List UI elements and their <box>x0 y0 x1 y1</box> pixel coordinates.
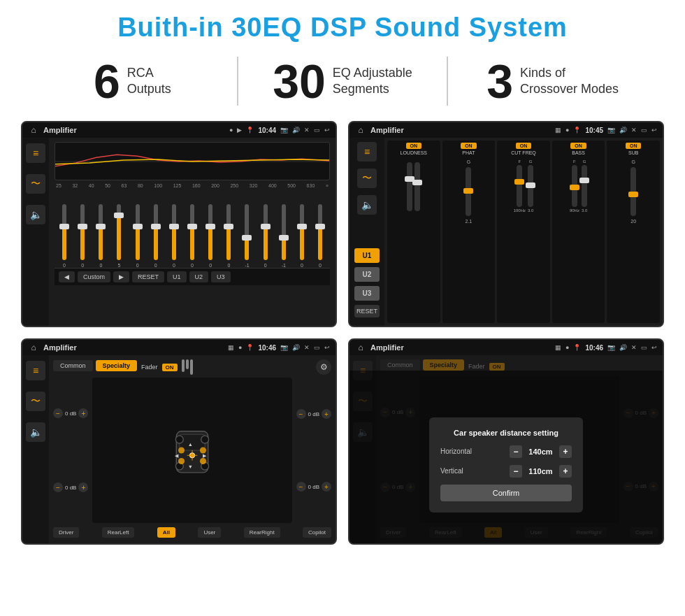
u2-btn-dsp[interactable]: U2 <box>354 267 380 282</box>
cutfreq-slider-2[interactable] <box>528 165 533 207</box>
slider-9[interactable] <box>208 204 212 260</box>
home-icon-2[interactable]: ⌂ <box>355 124 366 136</box>
confirm-button[interactable]: Confirm <box>440 485 572 501</box>
prev-btn[interactable]: ◀ <box>59 271 75 282</box>
horizontal-plus[interactable]: + <box>559 445 572 458</box>
phat-on[interactable]: ON <box>461 143 477 149</box>
eq-mode-btn-3[interactable]: ≡ <box>26 361 45 380</box>
loudness-slider-1[interactable] <box>407 162 412 211</box>
specialty-tab[interactable]: Specialty <box>96 360 138 371</box>
eq-area: 25 32 40 50 63 80 100 125 160 200 250 32… <box>49 138 336 326</box>
speaker-btn[interactable]: 🔈 <box>26 205 45 224</box>
slider-11[interactable] <box>245 204 249 260</box>
rearleft-btn[interactable]: RearLeft <box>102 527 135 538</box>
plus-btn-2[interactable]: + <box>78 482 88 492</box>
copilot-btn[interactable]: Copilot <box>303 527 331 538</box>
stat-text-eq: EQ AdjustableSegments <box>333 65 412 98</box>
wave-btn-3[interactable]: 〜 <box>26 392 45 411</box>
speaker-btn-3[interactable]: 🔈 <box>26 422 45 442</box>
driver-btn[interactable]: Driver <box>53 527 79 538</box>
screen-distance: ⌂ Amplifier ▦ ● 📍 10:46 📷 🔊 ✕ ▭ ↩ ≡ 〜 🔈 <box>348 338 664 545</box>
minus-btn-2[interactable]: − <box>53 482 63 492</box>
reset-btn-dsp[interactable]: RESET <box>354 305 380 317</box>
slider-2[interactable] <box>80 204 85 260</box>
slider-6[interactable] <box>154 204 158 260</box>
fader-on-btn[interactable]: ON <box>162 364 178 371</box>
loudness-slider-2[interactable] <box>414 162 420 211</box>
cutfreq-on[interactable]: ON <box>516 143 532 149</box>
minus-btn-3[interactable]: − <box>296 409 306 419</box>
minus-btn-1[interactable]: − <box>53 408 63 418</box>
slider-5[interactable] <box>136 204 140 260</box>
phat-slider[interactable] <box>466 167 471 216</box>
speaker-btn-2[interactable]: 🔈 <box>357 195 377 215</box>
svg-point-10 <box>200 458 206 464</box>
user-btn[interactable]: User <box>198 527 221 538</box>
minus-btn-4[interactable]: − <box>296 482 306 492</box>
slider-10[interactable] <box>226 204 231 260</box>
play-icon-1: ▶ <box>237 127 242 134</box>
settings-icon[interactable]: ⚙ <box>316 359 331 375</box>
slider-14[interactable] <box>300 204 304 260</box>
dot-icon-2: ● <box>565 127 569 134</box>
play-btn[interactable]: ▶ <box>113 271 129 282</box>
u3-btn-1[interactable]: U3 <box>211 271 231 282</box>
screen-eq: ⌂ Amplifier ● ▶ 📍 10:44 📷 🔊 ✕ ▭ ↩ ≡ 〜 🔈 <box>21 121 337 327</box>
slider-4[interactable] <box>117 204 121 260</box>
slider-8[interactable] <box>190 204 194 260</box>
u1-btn-1[interactable]: U1 <box>167 271 187 282</box>
status-time-2: 10:45 <box>585 127 603 134</box>
plus-btn-1[interactable]: + <box>78 408 88 418</box>
cutfreq-label: CUT FREQ <box>511 150 536 155</box>
common-tab[interactable]: Common <box>53 360 93 371</box>
status-bar-3: ⌂ Amplifier ▦ ● 📍 10:46 📷 🔊 ✕ ▭ ↩ <box>22 340 336 355</box>
loudness-on[interactable]: ON <box>406 143 422 149</box>
plus-btn-3[interactable]: + <box>322 409 331 419</box>
status-time-1: 10:44 <box>258 127 276 134</box>
rect-icon-4: ▭ <box>641 344 647 351</box>
slider-3[interactable] <box>99 204 103 260</box>
horizontal-minus[interactable]: − <box>510 445 522 458</box>
cam-icon-2: 📷 <box>607 127 615 134</box>
u1-btn-dsp[interactable]: U1 <box>354 248 380 263</box>
slider-1[interactable] <box>62 204 66 260</box>
loudness-label: LOUDNESS <box>401 150 428 155</box>
wave-btn[interactable]: 〜 <box>26 174 45 194</box>
slider-12[interactable] <box>264 204 268 260</box>
bass-slider-2[interactable] <box>582 165 587 207</box>
dot-icon-4: ● <box>565 344 569 351</box>
bass-on[interactable]: ON <box>570 143 586 149</box>
u3-btn-dsp[interactable]: U3 <box>354 286 380 301</box>
wave-btn-2[interactable]: 〜 <box>357 169 377 188</box>
vertical-minus[interactable]: − <box>510 465 522 478</box>
slider-13[interactable] <box>282 204 286 260</box>
home-icon-4[interactable]: ⌂ <box>355 342 366 353</box>
dsp-channel-loudness: ON LOUDNESS <box>387 141 440 323</box>
vertical-plus[interactable]: + <box>559 465 572 478</box>
slider-15[interactable] <box>318 204 322 260</box>
slider-7[interactable] <box>172 204 176 260</box>
fader-sliders <box>182 359 193 375</box>
plus-btn-4[interactable]: + <box>322 482 331 492</box>
rearright-btn[interactable]: RearRight <box>244 527 280 538</box>
db-ctrl-2: − 0 dB + <box>53 482 88 492</box>
u2-btn-1[interactable]: U2 <box>189 271 209 282</box>
eq-mode-btn[interactable]: ≡ <box>26 143 45 163</box>
cutfreq-slider-1[interactable] <box>517 165 522 207</box>
pin-icon-1: 📍 <box>246 127 254 134</box>
dsp-channel-cutfreq: ON CUT FREQ F 100Hz G 3.0 <box>497 141 550 323</box>
reset-btn-1[interactable]: RESET <box>132 271 164 282</box>
home-icon-3[interactable]: ⌂ <box>28 342 39 353</box>
bass-slider-1[interactable] <box>572 165 577 207</box>
eq-mode-btn-2[interactable]: ≡ <box>357 142 377 162</box>
vertical-value: 110cm <box>525 467 556 475</box>
amplifier-title-1: Amplifier <box>43 126 225 134</box>
fader-label: Fader <box>141 364 158 371</box>
fader-row: Fader ON <box>141 359 193 375</box>
stat-crossover: 3 Kinds ofCrossover Modes <box>462 57 643 105</box>
all-btn[interactable]: All <box>157 527 175 538</box>
sub-on[interactable]: ON <box>626 143 642 149</box>
sub-slider[interactable] <box>630 167 636 216</box>
home-icon[interactable]: ⌂ <box>28 124 39 136</box>
grid-icon-2: ▦ <box>555 127 561 134</box>
